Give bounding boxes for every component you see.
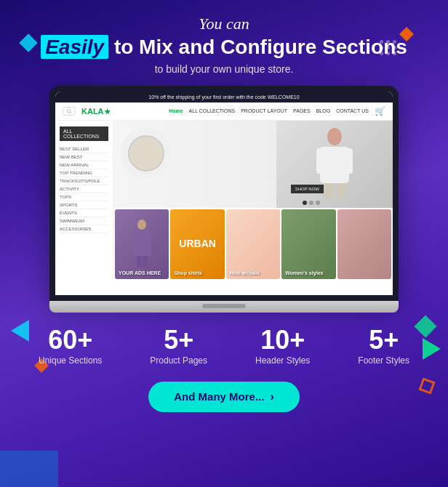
- cart-icon[interactable]: 🛒: [375, 106, 385, 116]
- cta-arrow-icon: ›: [270, 390, 273, 403]
- deco-blue-block: [0, 451, 58, 487]
- product-img-1: [129, 219, 155, 270]
- svg-point-2: [327, 128, 342, 145]
- stat-number-1: 60+: [39, 327, 102, 353]
- product-card-5[interactable]: [337, 209, 391, 279]
- laptop-screen-inner: 10% off the shipping of your first order…: [55, 92, 393, 295]
- product-card-label-4: Women's styles: [285, 270, 324, 275]
- sidebar-item-newarrival[interactable]: NEW ARRIVAL: [60, 161, 108, 169]
- laptop-screen-outer: 10% off the shipping of your first order…: [49, 86, 399, 301]
- sidebar-item-accessories[interactable]: ACCESSORIES: [60, 225, 108, 233]
- sidebar-item-newbest[interactable]: NEW BEST: [60, 153, 108, 161]
- nav-pages[interactable]: PAGES: [293, 108, 311, 113]
- svg-rect-4: [316, 148, 325, 174]
- svg-rect-6: [324, 183, 332, 199]
- main-container: You can Easily to Mix and Configure Sect…: [0, 0, 448, 487]
- stat-label-1: Unique Sections: [39, 355, 102, 366]
- sidebar-item-bestseller[interactable]: BEST SELLER: [60, 145, 108, 153]
- stat-number-4: 5+: [358, 327, 409, 353]
- cta-button[interactable]: And Many More... ›: [148, 382, 300, 412]
- product-card-3[interactable]: New arrivals: [226, 209, 280, 279]
- sidebar-item-tracksuits[interactable]: TRACKSUITS/POLE: [60, 177, 108, 185]
- product-card-1[interactable]: YOUR ADS HERE: [115, 209, 169, 279]
- cta-button-label: And Many More...: [174, 390, 264, 403]
- hero-cta-button[interactable]: SHOP NOW: [291, 185, 324, 193]
- svg-rect-10: [137, 256, 142, 267]
- product-card-label-1: YOUR ADS HERE: [119, 270, 161, 275]
- product-image: [121, 128, 172, 179]
- store-sidebar: ALL COLLECTIONS BEST SELLER NEW BEST NEW…: [55, 121, 113, 281]
- headline: Easily to Mix and Configure Sections: [41, 36, 407, 59]
- header-section: You can Easily to Mix and Configure Sect…: [41, 15, 407, 75]
- stat-label-3: Header Styles: [255, 355, 310, 366]
- deco-diamond-tl: [19, 33, 37, 52]
- stat-header-styles: 10+ Header Styles: [255, 327, 310, 366]
- nav-product-layout[interactable]: PRODUCT LAYOUT: [241, 108, 287, 113]
- nav-contact[interactable]: CONTACT US: [336, 108, 369, 113]
- cta-section[interactable]: And Many More... ›: [148, 382, 300, 412]
- stat-number-3: 10+: [255, 327, 310, 353]
- product-card-2[interactable]: URBAN Shop shirts: [170, 209, 224, 279]
- store-logo: KALA★: [81, 107, 111, 116]
- svg-line-1: [70, 112, 71, 113]
- stat-footer-styles: 5+ Footer Styles: [358, 327, 409, 366]
- stat-label-2: Product Pages: [150, 355, 207, 366]
- subheadline: to build your own unique store.: [41, 63, 407, 75]
- store-announcement-bar: 10% off the shipping of your first order…: [55, 92, 393, 102]
- store-search[interactable]: [63, 107, 76, 116]
- laptop-mockup: 10% off the shipping of your first order…: [49, 86, 399, 313]
- store-nav: KALA★ Home ALL COLLECTIONS PRODUCT LAYOU…: [55, 102, 393, 121]
- search-icon: [66, 108, 72, 114]
- store-main: SALE: [113, 121, 393, 281]
- stat-product-pages: 5+ Product Pages: [150, 327, 207, 366]
- nav-collections[interactable]: ALL COLLECTIONS: [189, 108, 236, 113]
- sidebar-item-toptending[interactable]: TOP TRENDING: [60, 169, 108, 177]
- sidebar-item-tops[interactable]: TOPS: [60, 193, 108, 201]
- sidebar-item-activity[interactable]: ACTIVITY: [60, 185, 108, 193]
- svg-rect-9: [133, 230, 151, 256]
- product-card-label-3: New arrivals: [230, 270, 260, 275]
- deco-rect-br: [418, 377, 435, 394]
- stat-unique-sections: 60+ Unique Sections: [39, 327, 102, 366]
- sidebar-item-sports[interactable]: SPORTS: [60, 201, 108, 209]
- store-nav-links: Home ALL COLLECTIONS PRODUCT LAYOUT PAGE…: [169, 108, 369, 113]
- product-grid: YOUR ADS HERE URBAN Shop shirts: [113, 208, 393, 281]
- stats-section: 60+ Unique Sections 5+ Product Pages 10+…: [0, 313, 448, 373]
- sidebar-item-events[interactable]: EVENTS: [60, 209, 108, 217]
- sidebar-title: ALL COLLECTIONS: [60, 126, 108, 141]
- svg-rect-7: [337, 183, 345, 199]
- svg-point-0: [67, 109, 71, 113]
- sidebar-item-swimwear[interactable]: SWIMWEAR: [60, 217, 108, 225]
- hero-banner: SALE: [113, 121, 393, 208]
- nav-home[interactable]: Home: [169, 108, 183, 113]
- product-card-4[interactable]: Women's styles: [281, 209, 335, 279]
- svg-point-8: [137, 220, 146, 230]
- product-text-2: URBAN: [179, 238, 216, 250]
- carousel-dots: [303, 201, 320, 205]
- hero-image-area: [276, 121, 393, 208]
- stat-number-2: 5+: [150, 327, 207, 353]
- nav-blog[interactable]: BLOG: [316, 108, 330, 113]
- product-card-label-2: Shop shirts: [174, 270, 202, 275]
- store-content: ALL COLLECTIONS BEST SELLER NEW BEST NEW…: [55, 121, 393, 281]
- svg-rect-5: [344, 148, 353, 174]
- you-can-text: You can: [41, 15, 407, 33]
- stat-label-4: Footer Styles: [358, 355, 409, 366]
- easily-highlight: Easily: [41, 35, 108, 59]
- laptop-base: [49, 301, 399, 313]
- svg-rect-11: [143, 256, 148, 267]
